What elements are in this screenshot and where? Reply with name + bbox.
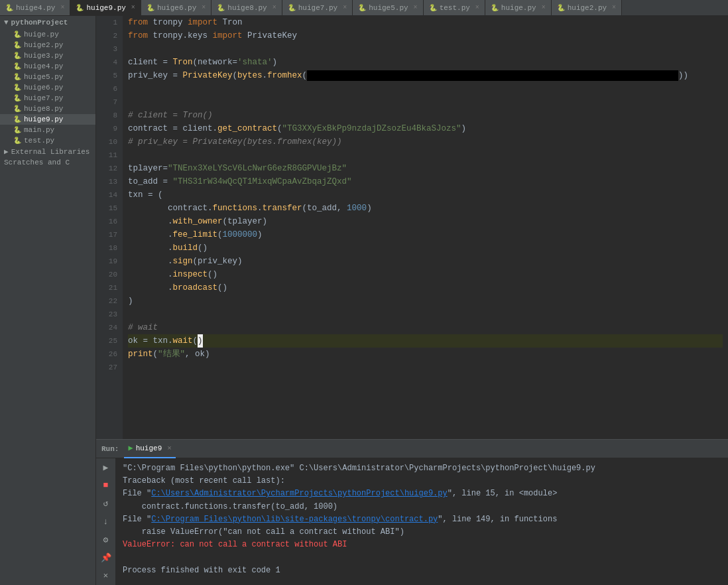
ln-9: 9 [96, 122, 117, 135]
py-icon: 🐍 [288, 4, 296, 12]
tab-close-huige6[interactable]: × [202, 4, 206, 11]
run-output: "C:\Program Files\python\python.exe" C:\… [116, 458, 728, 585]
run-output-line-6: raise ValueError("can not call a contrac… [123, 526, 721, 539]
py-file-icon: 🐍 [13, 62, 21, 70]
tab-close-huige7[interactable]: × [343, 4, 347, 11]
tab-label: test.py [440, 4, 470, 12]
run-settings-icon[interactable]: ⚙ [99, 533, 113, 546]
py-icon: 🐍 [217, 4, 225, 12]
run-output-line-5: File "C:\Program Files\python\lib\site-p… [123, 513, 721, 526]
ln-5: 5 [96, 69, 117, 82]
code-line-17: .fee_limit(1000000) [128, 228, 723, 241]
link-contract[interactable]: C:\Program Files\python\lib\site-package… [151, 515, 438, 524]
ln-25: 25 [96, 334, 117, 348]
run-output-line-7: ValueError: can not call a contract with… [123, 539, 721, 551]
sidebar-item-main[interactable]: 🐍 main.py [0, 125, 95, 135]
run-rerun-button[interactable]: ↺ [99, 497, 113, 510]
ln-16: 16 [96, 215, 117, 228]
code-area: 1 2 3 4 5 6 7 8 9 10 11 12 13 14 15 16 1… [96, 16, 728, 585]
sidebar-item-huige2[interactable]: 🐍 huige2.py [0, 40, 95, 50]
tab-huige7[interactable]: 🐍 huige7.py × [282, 0, 353, 16]
code-line-22: ) [128, 294, 723, 308]
sidebar-file-label: huige6.py [24, 84, 63, 92]
code-line-15: contract.functions.transfer(to_add, 1000… [128, 202, 723, 215]
scratches-section[interactable]: Scratches and C [0, 157, 95, 168]
py-icon: 🐍 [491, 4, 499, 12]
sidebar-file-label: huige3.py [24, 52, 63, 60]
run-label: Run: [101, 445, 119, 453]
tab-huige4[interactable]: 🐍 huige4.py × [0, 0, 70, 16]
sidebar-file-label: huige8.py [24, 105, 63, 113]
ln-26: 26 [96, 348, 117, 361]
code-line-6 [128, 82, 723, 96]
tab-close-huige8[interactable]: × [273, 4, 276, 11]
run-tab-close[interactable]: × [167, 444, 172, 452]
sidebar-item-huige6[interactable]: 🐍 huige6.py [0, 82, 95, 93]
code-line-4: client = Tron(network='shata') [128, 56, 723, 69]
chevron-right-icon: ▶ [4, 147, 9, 156]
code-line-8: # client = Tron() [128, 109, 723, 122]
run-stop-button[interactable]: ■ [99, 479, 113, 491]
tab-huige9[interactable]: 🐍 huige9.py × [70, 0, 141, 16]
external-libraries[interactable]: ▶ External Libraries [0, 146, 95, 157]
sidebar-item-huige[interactable]: 🐍 huige.py [0, 29, 95, 40]
code-line-21: .broadcast() [128, 281, 723, 294]
code-line-24: # wait [128, 321, 723, 334]
tab-huige8[interactable]: 🐍 huige8.py × [212, 0, 282, 16]
sidebar-item-test[interactable]: 🐍 test.py [0, 135, 95, 146]
tab-close-huige4[interactable]: × [60, 4, 64, 11]
run-close-icon[interactable]: × [99, 570, 113, 582]
tab-close-huige9[interactable]: × [131, 4, 135, 11]
tab-huige6[interactable]: 🐍 huige6.py × [141, 0, 212, 16]
code-line-9: contract = client.get_contract("TG3XXyEx… [128, 122, 723, 135]
tab-close-test[interactable]: × [475, 4, 479, 11]
code-line-2: from tronpy.keys import PrivateKey [128, 29, 723, 42]
code-line-27 [128, 361, 723, 374]
run-output-line-4: contract.functions.transfer(to_add, 1000… [123, 501, 721, 513]
sidebar-item-huige9[interactable]: 🐍 huige9.py [0, 114, 95, 125]
tab-huige5[interactable]: 🐍 huige5.py × [353, 0, 423, 16]
sidebar-item-huige3[interactable]: 🐍 huige3.py [0, 50, 95, 61]
project-header[interactable]: ▼ pythonProject [0, 16, 95, 29]
tab-label: huige7.py [298, 4, 337, 12]
line-numbers: 1 2 3 4 5 6 7 8 9 10 11 12 13 14 15 16 1… [96, 16, 123, 439]
run-content: ▶ ■ ↺ ↓ ⚙ 📌 × "C:\Program Files\python\p… [96, 458, 728, 585]
ln-19: 19 [96, 255, 117, 268]
tab-close-huige5[interactable]: × [414, 4, 418, 11]
run-pin-icon[interactable]: 📌 [99, 551, 113, 564]
sidebar: ▼ pythonProject 🐍 huige.py 🐍 huige2.py 🐍… [0, 16, 96, 585]
tab-huige[interactable]: 🐍 huige.py × [485, 0, 552, 16]
code-line-3 [128, 42, 723, 56]
tab-close-huige[interactable]: × [542, 4, 546, 11]
tab-close-huige2[interactable]: × [612, 4, 616, 11]
run-tab-huige9[interactable]: ▶ huige9 × [124, 440, 175, 458]
code-line-10: # priv_key = PrivateKey(bytes.fromhex(ke… [128, 135, 723, 149]
redacted-key [307, 70, 678, 81]
run-tab-bar: Run: ▶ huige9 × [96, 440, 728, 458]
tab-test[interactable]: 🐍 test.py × [424, 0, 485, 16]
tab-huige2[interactable]: 🐍 huige2.py × [552, 0, 622, 16]
editor[interactable]: 1 2 3 4 5 6 7 8 9 10 11 12 13 14 15 16 1… [96, 16, 728, 439]
ln-10: 10 [96, 135, 117, 149]
scratches-label: Scratches and C [4, 159, 70, 166]
sidebar-item-huige7[interactable]: 🐍 huige7.py [0, 93, 95, 103]
main-layout: ▼ pythonProject 🐍 huige.py 🐍 huige2.py 🐍… [0, 16, 728, 585]
run-panel: Run: ▶ huige9 × ▶ ■ ↺ ↓ ⚙ 📌 × [96, 439, 728, 585]
code-line-13: to_add = "THS31rW34wQcQT1MixqWCpaAvZbqaj… [128, 175, 723, 188]
run-scroll-end-button[interactable]: ↓ [99, 515, 113, 528]
sidebar-item-huige8[interactable]: 🐍 huige8.py [0, 103, 95, 114]
run-play-button[interactable]: ▶ [99, 461, 113, 474]
ln-27: 27 [96, 361, 117, 374]
py-icon: 🐍 [5, 4, 13, 12]
code-content[interactable]: from tronpy import Tron from tronpy.keys… [123, 16, 728, 439]
code-line-18: .build() [128, 241, 723, 255]
run-icon: ▶ [128, 443, 133, 453]
py-file-icon: 🐍 [13, 31, 21, 38]
sidebar-item-huige4[interactable]: 🐍 huige4.py [0, 61, 95, 72]
py-file-icon: 🐍 [13, 105, 21, 113]
ln-8: 8 [96, 109, 117, 122]
sidebar-item-huige5[interactable]: 🐍 huige5.py [0, 72, 95, 82]
run-sidebar-icons: ▶ ■ ↺ ↓ ⚙ 📌 × [96, 458, 116, 585]
chevron-down-icon: ▼ [4, 19, 9, 27]
link-huige9[interactable]: C:\Users\Administrator\PycharmProjects\p… [151, 489, 447, 498]
